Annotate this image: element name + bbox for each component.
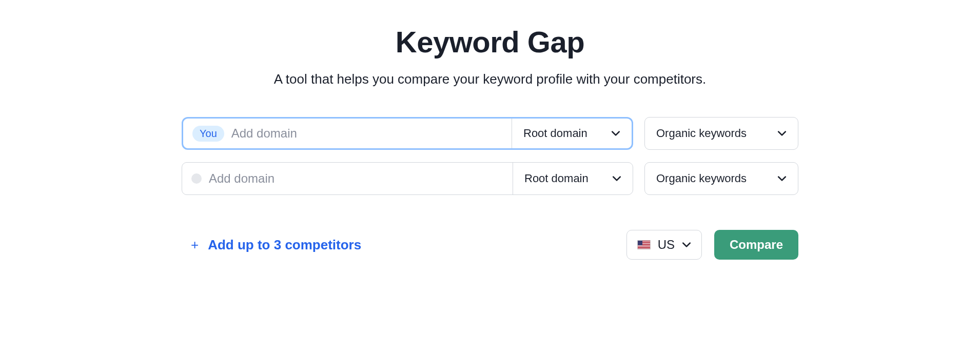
keyword-type-select[interactable]: Organic keywords [644, 117, 798, 150]
keyword-type-label: Organic keywords [656, 127, 747, 140]
your-domain-input[interactable] [231, 126, 502, 141]
plus-icon: + [191, 238, 199, 251]
you-badge: You [192, 126, 224, 142]
domain-input-wrap: You [183, 119, 512, 148]
competitor-domain-input[interactable] [209, 171, 503, 186]
domain-scope-label: Root domain [523, 127, 587, 140]
competitor-dot-icon [191, 173, 202, 184]
chevron-down-icon [612, 174, 621, 183]
us-flag-icon [637, 240, 651, 249]
bottom-controls: + Add up to 3 competitors US Compare [182, 230, 798, 260]
chevron-down-icon [611, 129, 620, 138]
keyword-type-select[interactable]: Organic keywords [644, 162, 798, 195]
chevron-down-icon [777, 129, 787, 138]
page-title: Keyword Gap [396, 25, 584, 59]
compare-button[interactable]: Compare [714, 230, 798, 260]
domain-input-wrap [182, 163, 513, 194]
keyword-gap-form: You Root domain Organic keywords [182, 117, 798, 260]
country-code-label: US [658, 238, 675, 252]
domain-scope-label: Root domain [524, 172, 589, 185]
right-controls: US Compare [626, 230, 798, 260]
domain-row: Root domain Organic keywords [182, 162, 798, 195]
add-competitors-link[interactable]: + Add up to 3 competitors [182, 237, 361, 253]
page-subtitle: A tool that helps you compare your keywo… [274, 71, 707, 87]
add-competitors-label: Add up to 3 competitors [208, 237, 361, 253]
domain-input-group: Root domain [182, 162, 633, 195]
domain-input-group: You Root domain [182, 117, 633, 150]
domain-scope-select[interactable]: Root domain [512, 119, 632, 148]
country-select[interactable]: US [626, 230, 702, 260]
domain-row: You Root domain Organic keywords [182, 117, 798, 150]
chevron-down-icon [682, 240, 691, 249]
keyword-type-label: Organic keywords [656, 172, 747, 185]
domain-scope-select[interactable]: Root domain [513, 163, 633, 194]
chevron-down-icon [777, 174, 787, 183]
